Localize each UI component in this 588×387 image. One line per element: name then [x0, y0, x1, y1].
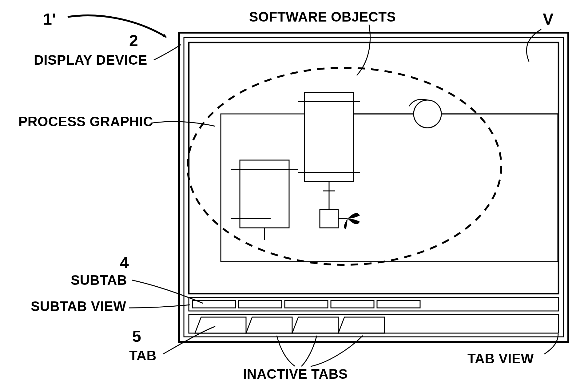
svg-text:2: 2 — [129, 32, 138, 50]
svg-text:PROCESS GRAPHIC: PROCESS GRAPHIC — [18, 114, 153, 129]
svg-text:1': 1' — [43, 10, 56, 28]
svg-text:SUBTAB: SUBTAB — [71, 272, 127, 288]
subtab-3[interactable] — [285, 300, 328, 308]
callout-one-prime: 1' — [43, 10, 166, 37]
svg-text:INACTIVE TABS: INACTIVE TABS — [243, 366, 348, 381]
subtab-view — [189, 297, 558, 311]
svg-text:SUBTAB VIEW: SUBTAB VIEW — [31, 299, 126, 314]
callout-tab: 5 TAB — [129, 326, 215, 363]
svg-point-12 — [414, 100, 441, 128]
svg-text:DISPLAY DEVICE: DISPLAY DEVICE — [34, 52, 147, 67]
callout-display-device: 2 DISPLAY DEVICE — [34, 32, 181, 67]
svg-rect-8 — [304, 92, 354, 182]
svg-text:V: V — [543, 10, 554, 28]
svg-text:TAB VIEW: TAB VIEW — [467, 351, 534, 366]
svg-text:SOFTWARE OBJECTS: SOFTWARE OBJECTS — [249, 9, 396, 24]
patent-figure: 1' V SOFTWARE OBJECTS 2 DISPLAY DEVICE P… — [0, 0, 588, 387]
subtab-5[interactable] — [377, 300, 420, 308]
callout-subtab-view: SUBTAB VIEW — [31, 299, 190, 314]
svg-rect-16 — [320, 209, 338, 228]
svg-text:5: 5 — [132, 327, 141, 345]
svg-text:TAB: TAB — [129, 348, 157, 363]
tab-active[interactable] — [195, 317, 246, 333]
subtab-2[interactable] — [239, 300, 282, 308]
subtab-4[interactable] — [331, 300, 374, 308]
tab-view — [189, 315, 558, 333]
svg-rect-5 — [240, 160, 289, 228]
svg-text:4: 4 — [120, 253, 129, 271]
